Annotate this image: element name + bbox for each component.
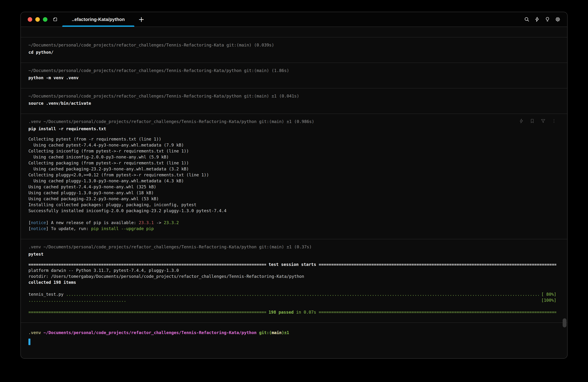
pages-icon[interactable]: [52, 17, 58, 22]
command-block[interactable]: ~/Documents/personal/code_projects/refac…: [21, 38, 567, 63]
minimize-button[interactable]: [35, 17, 40, 22]
output-line: Using cached iniconfig-2.0.0-py3-none-an…: [28, 154, 556, 160]
text-segment: ] A new release of pip is available:: [46, 220, 139, 225]
progress-percent: [ 80%]: [539, 291, 556, 297]
text-segment: Collecting pluggy<2.0,>=0.12 (from pytes…: [28, 172, 209, 177]
tab-bar: ..efactoring-Kata/python +: [21, 12, 567, 27]
output-line: Using cached packaging-23.2-py3-none-any…: [28, 196, 556, 202]
new-tab-button[interactable]: +: [138, 16, 145, 23]
lightbulb-icon[interactable]: [545, 17, 550, 22]
search-icon[interactable]: [524, 17, 530, 22]
active-tab-indicator: [62, 25, 134, 27]
separator-fill: ========================================…: [319, 309, 556, 315]
output-line: Collecting pluggy<2.0,>=0.12 (from pytes…: [28, 172, 556, 178]
text-segment: Using cached pytest-7.4.4-py3-none-any.w…: [28, 185, 156, 189]
prompt-line: ~/Documents/personal/code_projects/refac…: [28, 68, 556, 74]
zoom-button[interactable]: [43, 17, 47, 22]
command-block[interactable]: .venv ~/Documents/personal/code_projects…: [21, 114, 567, 239]
text-cursor[interactable]: [28, 339, 30, 345]
output-line: Using cached pluggy-1.3.0-py3-none-any.w…: [28, 190, 556, 196]
text-segment: Using cached pluggy-1.3.0-py3-none-any.w…: [28, 178, 184, 183]
prompt-segment: main: [272, 330, 281, 335]
block-actions: [519, 118, 557, 124]
output-line: Using cached pluggy-1.3.0-py3-none-any.w…: [28, 178, 556, 184]
text-segment: Collecting pytest (from -r requirements.…: [28, 137, 161, 141]
text-segment: ] To update, run:: [46, 226, 91, 231]
progress-percent: [100%]: [541, 297, 556, 303]
text-segment: [: [28, 226, 31, 231]
text-segment: collected 198 items: [28, 280, 76, 285]
prompt-line: ~/Documents/personal/code_projects/refac…: [28, 93, 556, 99]
command-block[interactable]: ~/Documents/personal/code_projects/refac…: [21, 63, 567, 88]
test-progress-dots: .......................................: [28, 297, 126, 303]
text-segment: pip install --upgrade pip: [91, 226, 154, 231]
output-line: Using cached packaging-23.2-py3-none-any…: [28, 166, 556, 172]
prompt-segment: [256, 330, 259, 335]
settings-icon[interactable]: [555, 17, 561, 22]
more-icon[interactable]: [551, 118, 557, 124]
text-segment: notice: [31, 226, 46, 231]
summary-text: test session starts: [266, 262, 319, 267]
command-text: pytest: [28, 251, 556, 257]
text-segment: Installing collected packages: pluggy, p…: [28, 202, 196, 207]
summary-text: in 0.07s: [294, 309, 319, 315]
test-progress-dots: ........................................…: [66, 291, 539, 297]
output-line: rootdir: /Users/tomergabay/Documents/per…: [28, 273, 556, 279]
lightning-icon[interactable]: [519, 118, 524, 124]
prompt-segment: )±1: [282, 330, 289, 335]
prompt-segment: ~/Documents/personal/code_projects/refac…: [43, 330, 256, 335]
output-line: [28, 214, 556, 220]
text-segment: Successfully installed iniconfig-2.0.0 p…: [28, 208, 227, 213]
text-segment: Collecting packaging (from pytest->-r re…: [28, 161, 189, 165]
text-segment: Using cached iniconfig-2.0.0-py3-none-an…: [28, 155, 169, 159]
text-segment: Using cached packaging-23.2-py3-none-any…: [28, 167, 189, 171]
text-segment: ->: [154, 220, 164, 225]
prompt-line: .venv ~/Documents/personal/code_projects…: [28, 244, 556, 250]
command-block[interactable]: ~/Documents/personal/code_projects/refac…: [21, 88, 567, 114]
text-segment: Collecting iniconfig (from pytest->-r re…: [28, 149, 189, 153]
terminal-window: ..efactoring-Kata/python +: [21, 12, 567, 359]
lightning-icon[interactable]: [534, 17, 540, 22]
output-line: [notice] A new release of pip is availab…: [28, 220, 556, 226]
spacer: [126, 297, 541, 303]
text-segment: [: [28, 220, 31, 225]
prompt-segment: [41, 330, 43, 335]
output-line: collected 198 items: [28, 279, 556, 286]
text-segment: Using cached packaging-23.2-py3-none-any…: [28, 196, 159, 201]
prompt-segment: .venv: [28, 330, 41, 335]
output-line: ========================================…: [28, 309, 556, 315]
prompt-line: .venv ~/Documents/personal/code_projects…: [28, 119, 556, 125]
separator-fill: ========================================…: [28, 262, 266, 267]
output-line: Collecting packaging (from pytest->-r re…: [28, 160, 556, 166]
close-button[interactable]: [28, 17, 32, 22]
command-text: python -m venv .venv: [28, 75, 556, 81]
output-line: [28, 286, 556, 291]
tab-title: ..efactoring-Kata/python: [72, 17, 125, 22]
command-input-block[interactable]: .venv ~/Documents/personal/code_projects…: [21, 323, 567, 352]
active-prompt-line: .venv ~/Documents/personal/code_projects…: [28, 330, 556, 336]
command-block[interactable]: .venv ~/Documents/personal/code_projects…: [21, 239, 567, 323]
filter-icon[interactable]: [540, 118, 546, 124]
text-segment: rootdir: /Users/tomergabay/Documents/per…: [28, 274, 304, 279]
command-output: Collecting pytest (from -r requirements.…: [28, 136, 556, 232]
traffic-lights: [21, 17, 47, 22]
output-line: ========================================…: [28, 262, 556, 267]
text-segment: Using cached pluggy-1.3.0-py3-none-any.w…: [28, 191, 154, 195]
output-line: tennis_test.py .........................…: [28, 291, 556, 297]
command-text: source .venv/bin/activate: [28, 100, 556, 106]
output-line: [notice] To update, run: pip install --u…: [28, 226, 556, 232]
prompt-line: ~/Documents/personal/code_projects/refac…: [28, 42, 556, 48]
scrolled-block-remainder: [21, 27, 567, 37]
tab-refactoring-kata-python[interactable]: ..efactoring-Kata/python: [62, 12, 134, 27]
command-text: pip install -r requirements.txt: [28, 126, 556, 132]
test-file-name: tennis_test.py: [28, 291, 66, 297]
output-line: Collecting pytest (from -r requirements.…: [28, 136, 556, 142]
scrollbar-thumb[interactable]: [563, 318, 567, 327]
bookmark-icon[interactable]: [529, 118, 535, 124]
terminal-content: ~/Documents/personal/code_projects/refac…: [21, 27, 567, 359]
text-segment: Using cached pytest-7.4.4-py3-none-any.w…: [28, 143, 184, 147]
output-line: Installing collected packages: pluggy, p…: [28, 202, 556, 208]
text-segment: notice: [31, 220, 46, 225]
separator-fill: ========================================…: [319, 262, 556, 267]
output-line: platform darwin -- Python 3.11.7, pytest…: [28, 267, 556, 273]
